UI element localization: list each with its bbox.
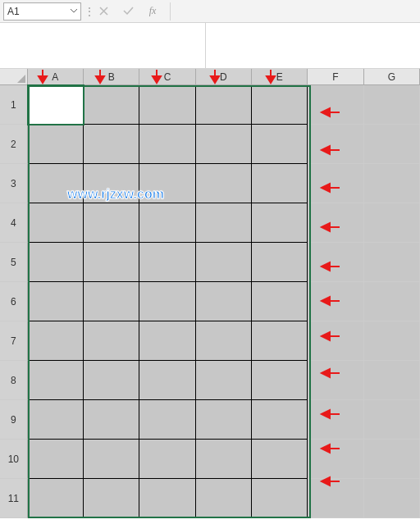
cell[interactable] — [364, 440, 420, 479]
cell[interactable] — [28, 243, 84, 282]
row-header-1[interactable]: 1 — [0, 85, 28, 125]
column-header-g[interactable]: G — [364, 69, 420, 84]
cell[interactable] — [196, 282, 252, 321]
cell[interactable] — [252, 85, 308, 125]
cell[interactable] — [139, 85, 195, 125]
cell[interactable] — [28, 203, 84, 243]
cell[interactable] — [252, 440, 308, 479]
cell[interactable] — [84, 243, 139, 282]
cell[interactable] — [28, 361, 84, 400]
cell[interactable] — [139, 243, 195, 282]
column-header-a[interactable]: A — [28, 69, 84, 84]
cell[interactable] — [252, 361, 308, 400]
cell[interactable] — [364, 125, 420, 164]
cell[interactable] — [308, 203, 363, 243]
row-header-4[interactable]: 4 — [0, 203, 28, 243]
column-header-e[interactable]: E — [252, 69, 308, 84]
cell[interactable] — [196, 440, 252, 479]
cell[interactable] — [308, 479, 363, 518]
cell[interactable] — [364, 479, 420, 518]
row-header-3[interactable]: 3 — [0, 164, 28, 203]
column-header-b[interactable]: B — [84, 69, 139, 84]
cell[interactable] — [84, 125, 139, 164]
row-header-7[interactable]: 7 — [0, 321, 28, 361]
select-all-corner[interactable] — [0, 69, 28, 84]
cell[interactable] — [308, 85, 363, 125]
cell[interactable] — [196, 321, 252, 361]
cell[interactable] — [139, 361, 195, 400]
cell[interactable] — [196, 361, 252, 400]
name-box[interactable]: A1 — [3, 2, 81, 21]
column-header-c[interactable]: C — [139, 69, 195, 84]
cell[interactable] — [139, 203, 195, 243]
cell[interactable] — [139, 321, 195, 361]
cell[interactable] — [364, 321, 420, 361]
cell[interactable] — [196, 164, 252, 203]
cell[interactable] — [84, 361, 139, 400]
cell[interactable] — [139, 282, 195, 321]
cell[interactable] — [308, 400, 363, 440]
cell[interactable] — [308, 125, 363, 164]
cell[interactable] — [196, 400, 252, 440]
cell[interactable] — [84, 164, 139, 203]
row-header-10[interactable]: 10 — [0, 440, 28, 479]
cell[interactable] — [308, 440, 363, 479]
cell[interactable] — [364, 203, 420, 243]
cell[interactable] — [84, 440, 139, 479]
cell[interactable] — [139, 440, 195, 479]
cell[interactable] — [364, 85, 420, 125]
column-header-f[interactable]: F — [308, 69, 363, 84]
cell[interactable] — [252, 125, 308, 164]
cell[interactable] — [196, 203, 252, 243]
cell[interactable] — [252, 164, 308, 203]
row-header-9[interactable]: 9 — [0, 400, 28, 440]
cell[interactable] — [139, 125, 195, 164]
cell[interactable] — [84, 400, 139, 440]
row-header-11[interactable]: 11 — [0, 479, 28, 518]
cell[interactable] — [364, 282, 420, 321]
cell[interactable] — [196, 243, 252, 282]
cell[interactable] — [139, 400, 195, 440]
cell[interactable] — [84, 85, 139, 125]
row-header-2[interactable]: 2 — [0, 125, 28, 164]
row-header-8[interactable]: 8 — [0, 361, 28, 400]
cell[interactable] — [28, 125, 84, 164]
cell[interactable] — [364, 164, 420, 203]
cell[interactable] — [252, 243, 308, 282]
cell[interactable] — [252, 400, 308, 440]
cell[interactable] — [139, 479, 195, 518]
cell[interactable] — [84, 321, 139, 361]
cell[interactable] — [84, 479, 139, 518]
cell[interactable] — [308, 361, 363, 400]
row-header-5[interactable]: 5 — [0, 243, 28, 282]
cell[interactable] — [139, 164, 195, 203]
cell[interactable] — [308, 243, 363, 282]
cell[interactable] — [196, 85, 252, 125]
cell[interactable] — [28, 164, 84, 203]
cell[interactable] — [308, 321, 363, 361]
cell[interactable] — [252, 479, 308, 518]
cell[interactable] — [28, 440, 84, 479]
cell[interactable] — [84, 203, 139, 243]
cell[interactable] — [196, 479, 252, 518]
cell[interactable] — [252, 321, 308, 361]
cancel-button[interactable] — [93, 2, 114, 21]
cell[interactable] — [364, 243, 420, 282]
cell[interactable] — [364, 400, 420, 440]
cell[interactable] — [308, 282, 363, 321]
cell[interactable] — [28, 282, 84, 321]
cell[interactable] — [252, 203, 308, 243]
enter-button[interactable] — [117, 2, 139, 21]
cell[interactable] — [308, 164, 363, 203]
column-header-d[interactable]: D — [196, 69, 252, 84]
cell[interactable] — [196, 125, 252, 164]
cell[interactable] — [28, 321, 84, 361]
row-header-6[interactable]: 6 — [0, 282, 28, 321]
cell-a1[interactable] — [28, 85, 84, 125]
name-box-dropdown-icon[interactable] — [69, 7, 79, 16]
cell[interactable] — [364, 361, 420, 400]
insert-function-button[interactable]: fx — [142, 2, 163, 21]
cell[interactable] — [28, 479, 84, 518]
formula-input[interactable] — [170, 2, 417, 21]
cell[interactable] — [252, 282, 308, 321]
